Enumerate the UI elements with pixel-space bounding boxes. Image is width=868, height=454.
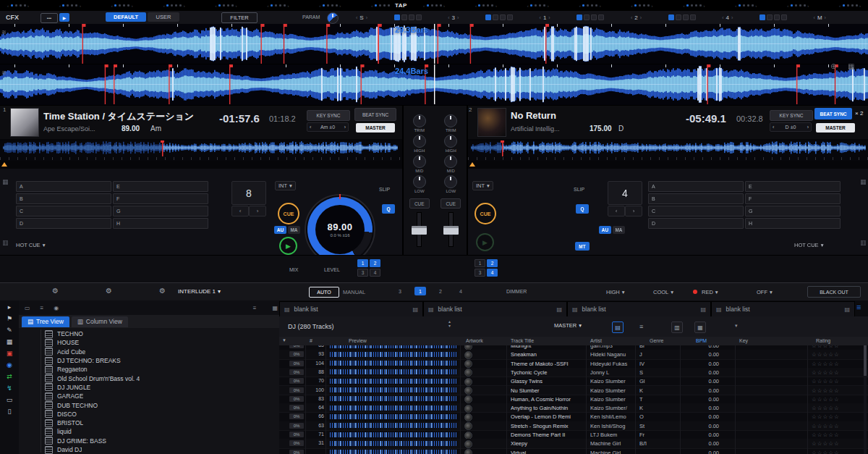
chevron-left-icon[interactable]: ‹ [735,4,736,8]
chevron-right-icon[interactable]: › [859,4,861,8]
hot-cue-pad-A[interactable]: A [16,181,111,192]
row-preview-waveform[interactable] [330,345,456,348]
col-track-title[interactable]: Track Title [511,338,534,343]
cfx-slot-2[interactable]: ‹2› [631,14,642,21]
chevron-left-icon[interactable]: ‹ [356,15,357,20]
chevron-right-icon[interactable]: › [731,15,733,20]
table-row[interactable]: 0%64Anything to Gain/NothinKaizo Slumber… [279,403,868,413]
deck1-grid-mode-dropdown[interactable]: INT ▾ [275,181,296,190]
table-row[interactable]: 0%88Tychonic CycleJonny LS0.00☆☆☆☆☆ [279,368,868,377]
deck2-quantize-button[interactable]: Q [576,204,589,214]
tree-item[interactable]: DJ JUNGLE [19,383,279,392]
deck1-beat-sync-button[interactable]: BEAT SYNC [354,108,396,121]
row-rating-stars[interactable]: ☆☆☆☆☆ [812,361,840,367]
beat-quantize-cluster[interactable]: ‹› [839,4,861,8]
tab-tree-view[interactable]: ▤ Tree View [22,316,69,327]
table-row[interactable]: 0%63Stretch - Shogun RemixKen Ishii/Shog… [279,421,868,431]
monitor-button-3[interactable]: 3 [475,269,485,277]
monitor-button-2[interactable]: 2 [370,259,380,267]
tree-item[interactable]: DJ TECHNO: BREAKS [19,356,279,365]
cfx-default-button[interactable]: DEFAULT [106,12,146,22]
chevron-right-icon[interactable]: › [548,15,550,20]
deck1-waveform[interactable] [0,24,868,64]
eq-knob-low[interactable] [444,175,457,188]
fader-handle[interactable] [412,226,427,235]
monitor-icon[interactable]: ▭ [25,305,30,311]
grid-icon[interactable]: ▦ [272,305,278,311]
pad-grid-icon[interactable]: ▦ [2,178,9,185]
table-row[interactable]: 0%66Overlap - Lemon D RemiKen Ishii/Lemo… [279,412,868,421]
chevron-right-icon[interactable]: › [457,15,459,20]
beat-quantize-cluster[interactable]: ‹› [216,4,237,8]
chevron-right-icon[interactable]: › [600,4,601,8]
playlist-sort-spinner[interactable]: ▴ ▾ [448,319,451,328]
lighting-bank-3[interactable]: 3 [394,287,406,295]
eye-icon[interactable]: ◉ [54,305,59,311]
table-row[interactable]: 0%104Theme of Makoto -SSFIHideyuki Fukas… [279,359,868,369]
cfx-menu-button[interactable]: ••• [41,13,58,23]
table-row[interactable]: 0%70Glassy TwinsKaizo SlumberGl0.00☆☆☆☆☆ [279,377,868,386]
lighting-temperature-dropdown[interactable]: COOL ▾ [653,289,673,295]
col-artwork[interactable]: Artwork [466,338,483,343]
chevron-right-icon[interactable]: › [640,15,642,20]
beat-quantize-cluster[interactable]: ‹› [7,4,29,8]
blank-list-panel[interactable]: ▤blank list▤ [711,301,855,317]
chevron-right-icon[interactable]: › [807,4,809,8]
deck1-master-button[interactable]: MASTER [356,123,395,133]
chevron-right-icon[interactable]: › [703,4,705,8]
channel-cue-button[interactable]: CUE [409,198,430,209]
tree-item[interactable]: GARAGE [19,392,279,400]
row-preview-waveform[interactable] [330,352,456,357]
row-rating-stars[interactable]: ☆☆☆☆☆ [812,450,840,454]
beat-quantize-cluster[interactable]: ‹› [683,4,705,8]
chevron-left-icon[interactable]: ‹ [310,125,311,130]
sync-icon[interactable]: ⇄ [7,374,12,380]
tree-item[interactable]: BRISTOL [19,419,279,427]
bookmark-icon[interactable]: ⚑ [7,316,12,322]
deck2-master-button[interactable]: MASTER [816,123,855,133]
chevron-left-icon[interactable]: ‹ [773,125,774,130]
hot-cue-pad-B[interactable]: B [16,193,111,204]
edit-icon[interactable]: ✎ [7,327,12,334]
deck2-play-button[interactable]: ▶ [476,233,494,251]
deck2-cue-button[interactable]: CUE [475,203,496,224]
beat-quantize-cluster[interactable]: ‹› [579,4,601,8]
list-icon[interactable]: ▤ [412,306,418,313]
tree-item[interactable]: Acid Cube [19,348,279,356]
cfx-mini-button[interactable]: ▶ [59,13,69,22]
tree-item[interactable]: DUB TECHNO [19,400,279,409]
tree-item[interactable]: liquid [19,427,279,436]
row-rating-stars[interactable]: ☆☆☆☆☆ [812,351,840,358]
channel-fader[interactable] [448,212,454,247]
table-row[interactable]: 0%31XleepyMachine GirlBЛ0.00☆☆☆☆☆ [279,439,868,448]
table-row[interactable]: 0%100Nu SlumberKaizo SlumberK0.00☆☆☆☆☆ [279,386,868,395]
grid-icon[interactable]: ▦ [848,62,854,70]
lighting-bank-1[interactable]: 1 [414,287,426,295]
mobile-icon[interactable]: ▯ [8,408,12,415]
channel-fader[interactable] [417,212,422,247]
hot-cue-pad-E[interactable]: E [745,181,841,192]
deck2-grid-mode-dropdown[interactable]: INT ▾ [472,181,493,190]
col-rating[interactable]: Rating [816,338,830,343]
grid-icon[interactable]: ▦ [7,339,13,345]
deck2-track-overview[interactable] [468,140,868,161]
monitor-button-1[interactable]: 1 [475,259,485,267]
cfx-filter-button[interactable]: FILTER [221,12,258,23]
row-rating-stars[interactable]: ☆☆☆☆☆ [812,345,840,349]
chevron-right-icon[interactable]: › [807,125,809,130]
pad-grid-icon[interactable]: ▦ [860,178,867,185]
deck1-beat-jump-forward[interactable]: › [249,206,266,217]
grid-layout-button[interactable]: ▦ [694,321,706,333]
table-row[interactable]: 0%83Human, A Cosmic HorrorKaizo SlumberT… [279,395,868,404]
cfx-user-button[interactable]: USER [148,12,179,22]
table-row[interactable]: 0%71Demons Theme Part IILTJ BukemFr0.00☆… [279,430,868,440]
chevron-left-icon[interactable]: ‹ [448,15,449,20]
col-genre[interactable]: Genre [650,338,663,343]
chevron-left-icon[interactable]: ‹ [683,4,684,8]
chevron-right-icon[interactable]: › [652,4,653,8]
chevron-right-icon[interactable]: › [495,4,497,8]
hot-cue-pad-D[interactable]: D [16,218,111,229]
gear-icon[interactable]: ⚙ [52,287,59,295]
deck2-beat-jump-forward[interactable]: › [625,206,642,217]
hot-cue-pad-C[interactable]: C [648,206,744,217]
